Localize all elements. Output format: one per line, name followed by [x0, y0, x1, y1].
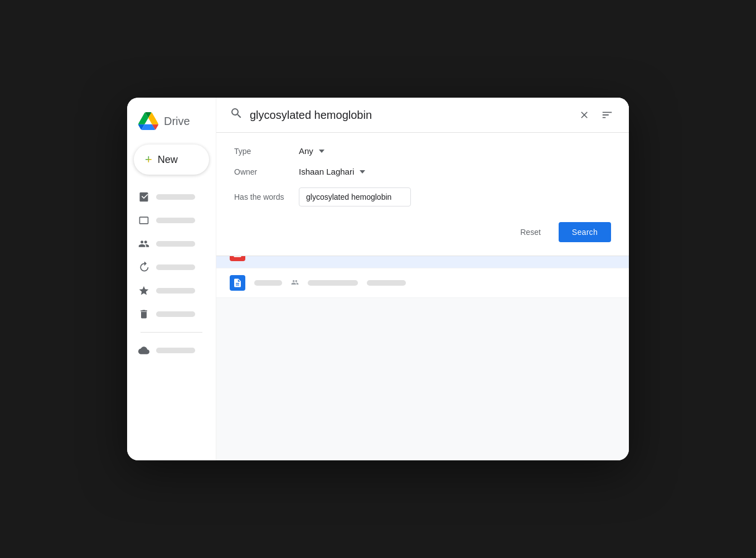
search-button[interactable]: Search	[559, 222, 611, 242]
search-clear-button[interactable]	[576, 107, 592, 123]
sidebar-item-storage[interactable]	[132, 339, 211, 362]
nav-divider	[140, 332, 202, 333]
search-input[interactable]	[250, 109, 570, 122]
people-icon	[291, 278, 299, 288]
sidebar-header: Drive	[127, 111, 216, 145]
sidebar-item-label	[156, 264, 195, 270]
file-date-bar	[308, 280, 358, 286]
new-button-label: New	[158, 154, 178, 166]
type-select[interactable]: Any	[299, 146, 324, 156]
sidebar-item-starred[interactable]	[132, 280, 211, 302]
words-label: Has the words	[234, 193, 290, 201]
doc-icon	[230, 275, 245, 291]
search-filter-button[interactable]	[599, 107, 616, 123]
trash-icon	[138, 309, 149, 320]
sidebar-item-recent[interactable]	[132, 256, 211, 278]
search-icon	[230, 107, 243, 123]
type-label: Type	[234, 147, 290, 156]
app-title: Drive	[164, 115, 190, 128]
computer-icon	[138, 215, 149, 226]
my-drive-icon	[138, 191, 149, 203]
sidebar-item-computers[interactable]	[132, 209, 211, 232]
main-content: Type Any Owner Ishaan Laghari Has the wo…	[216, 98, 629, 460]
sidebar-item-label	[156, 218, 195, 223]
star-icon	[138, 285, 149, 296]
sidebar-nav	[127, 186, 216, 362]
sidebar-item-label	[156, 288, 195, 294]
sidebar-item-label	[156, 194, 195, 200]
drive-logo-icon	[138, 111, 158, 131]
file-size-bar	[367, 280, 406, 286]
search-bar	[216, 98, 629, 133]
sidebar: Drive + New	[127, 98, 216, 460]
cloud-icon	[138, 345, 149, 356]
type-filter-row: Type Any	[234, 146, 611, 156]
filter-panel: Type Any Owner Ishaan Laghari Has the wo…	[216, 133, 629, 256]
sidebar-item-label	[156, 311, 195, 317]
owner-select[interactable]: Ishaan Laghari	[299, 167, 365, 176]
type-value: Any	[299, 146, 313, 156]
recent-icon	[138, 262, 149, 273]
type-chevron-icon	[319, 150, 324, 153]
sidebar-item-label	[156, 348, 195, 353]
new-button[interactable]: + New	[134, 145, 209, 175]
app-window: Drive + New	[127, 98, 629, 460]
search-overlay: Type Any Owner Ishaan Laghari Has the wo…	[216, 98, 629, 256]
reset-button[interactable]: Reset	[511, 223, 550, 241]
owner-label: Owner	[234, 167, 290, 176]
words-input[interactable]	[299, 187, 411, 206]
sidebar-item-my-drive[interactable]	[132, 186, 211, 208]
shared-icon	[138, 238, 149, 249]
sidebar-item-shared[interactable]	[132, 233, 211, 255]
table-row[interactable]	[216, 268, 629, 298]
sidebar-item-label	[156, 241, 195, 247]
new-plus-icon: +	[145, 153, 152, 166]
owner-value: Ishaan Laghari	[299, 167, 354, 176]
owner-filter-row: Owner Ishaan Laghari	[234, 167, 611, 176]
filter-actions: Reset Search	[234, 222, 611, 242]
words-filter-row: Has the words	[234, 187, 611, 206]
file-name-bar	[254, 280, 282, 286]
sidebar-item-trash[interactable]	[132, 303, 211, 325]
owner-chevron-icon	[360, 170, 365, 174]
